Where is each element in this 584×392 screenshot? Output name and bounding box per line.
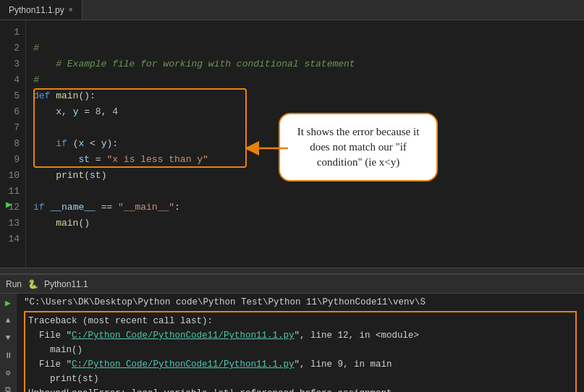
run-play-button[interactable]: ▶ — [0, 295, 16, 311]
traceback-link-1[interactable]: C:/Python Code/PythonCode11/Python11.1.p… — [72, 331, 295, 341]
run-filename: Python11.1 — [44, 279, 88, 289]
run-copy-button[interactable]: ⧉ — [0, 382, 16, 392]
output-path-line: "C:\Users\DK\Desktop\Python code\Python … — [24, 295, 577, 310]
run-label: Run — [6, 279, 22, 289]
traceback-line-1: Traceback (most recent call last): — [28, 314, 572, 328]
pause-icon: ⏸ — [4, 351, 12, 360]
traceback-link-2[interactable]: C:/Python Code/PythonCode11/Python11.1.p… — [72, 359, 295, 370]
run-down-button[interactable]: ▼ — [0, 330, 16, 346]
run-output: "C:\Users\DK\Desktop\Python code\Python … — [17, 294, 584, 392]
traceback-error-line: UnboundLocalError: local variable 'st' r… — [28, 386, 572, 392]
callout-text: It shows the error because it does not m… — [297, 126, 420, 168]
run-panel: Run 🐍 Python11.1 ▶ ▲ ▼ ⏸ ⚙ — [0, 273, 584, 392]
traceback-line-2: File "C:/Python Code/PythonCode11/Python… — [28, 328, 572, 343]
play-icon: ▶ — [5, 297, 11, 309]
run-indicator-icon: ▶ — [6, 198, 12, 210]
callout-bubble: It shows the error because it does not m… — [279, 113, 438, 182]
traceback-line-5: print(st) — [28, 372, 572, 386]
copy-icon: ⧉ — [5, 385, 11, 392]
run-icon: 🐍 — [27, 279, 38, 289]
run-up-button[interactable]: ▲ — [0, 312, 16, 328]
traceback-line-4: File "C:/Python Code/PythonCode11/Python… — [28, 357, 572, 372]
run-pause-button[interactable]: ⏸ — [0, 347, 16, 363]
line-numbers: 1 2 3 4 5 6 7 8 9 10 11 12 13 14 — [0, 20, 26, 268]
callout-arrow — [246, 137, 289, 159]
down-icon: ▼ — [6, 333, 11, 342]
run-settings-button[interactable]: ⚙ — [0, 365, 16, 380]
run-left-toolbar: ▶ ▲ ▼ ⏸ ⚙ ⧉ ✕ — [0, 294, 17, 392]
run-body: ▶ ▲ ▼ ⏸ ⚙ ⧉ ✕ — [0, 294, 584, 392]
file-tab-label: Python11.1.py — [9, 5, 64, 15]
error-traceback-box: Traceback (most recent call last): File … — [24, 311, 577, 392]
editor-scrollbar[interactable] — [0, 268, 584, 273]
tab-bar: Python11.1.py × — [0, 0, 584, 20]
traceback-line-3: main() — [28, 343, 572, 357]
code-editor: 1 2 3 4 5 6 7 8 9 10 11 12 13 14 # # Exa… — [0, 20, 584, 268]
up-icon: ▲ — [6, 316, 11, 325]
run-header: Run 🐍 Python11.1 — [0, 275, 584, 294]
settings-icon: ⚙ — [6, 368, 11, 378]
output-path-text: "C:\Users\DK\Desktop\Python code\Python … — [24, 297, 426, 307]
tab-close-icon[interactable]: × — [69, 6, 73, 14]
file-tab[interactable]: Python11.1.py × — [0, 0, 82, 20]
